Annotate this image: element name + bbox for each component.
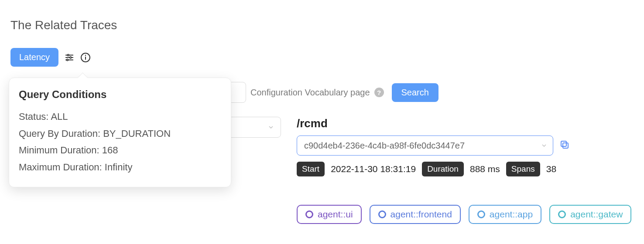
agent-label: agent::gatew: [570, 209, 623, 220]
trace-meta-row: Start 2022-11-30 18:31:19 Duration 888 m…: [297, 162, 634, 176]
svg-point-1: [67, 54, 69, 56]
trace-endpoint: /rcmd: [297, 117, 634, 130]
copy-icon[interactable]: [559, 139, 570, 152]
agent-label: agent::ui: [318, 209, 353, 220]
duration-badge: Duration: [422, 162, 464, 176]
chevron-down-icon: [541, 142, 548, 149]
help-icon[interactable]: ?: [374, 88, 384, 97]
trace-id-value: c90d4eb4-236e-4c4b-a98f-6fe0dc3447e7: [304, 141, 465, 151]
circle-icon: [378, 210, 386, 218]
popover-min: Minimum Duration: 168: [19, 142, 221, 159]
popover-max: Maximum Duration: Infinity: [19, 159, 221, 176]
spans-value: 38: [546, 164, 556, 174]
popover-query-by: Query By Duration: BY_DURATION: [19, 125, 221, 142]
chevron-down-icon: [267, 124, 274, 131]
sliders-icon[interactable]: [65, 53, 74, 62]
agent-chips: agent::ui agent::frontend agent::app age…: [297, 205, 631, 224]
config-vocab-label: Configuration Vocabulary page: [250, 88, 370, 98]
start-value: 2022-11-30 18:31:19: [331, 164, 416, 174]
toolbar: Latency: [10, 48, 91, 67]
trace-id-select[interactable]: c90d4eb4-236e-4c4b-a98f-6fe0dc3447e7: [297, 136, 553, 156]
filter-dropdown[interactable]: [227, 117, 281, 138]
query-conditions-popover: Query Conditions Status: ALL Query By Du…: [9, 78, 231, 187]
circle-icon: [477, 210, 485, 218]
agent-chip-app[interactable]: agent::app: [469, 205, 541, 224]
agent-chip-ui[interactable]: agent::ui: [297, 205, 362, 224]
page-title: The Related Traces: [10, 18, 117, 32]
svg-point-8: [85, 54, 86, 55]
search-button[interactable]: Search: [392, 83, 438, 102]
circle-icon: [305, 210, 313, 218]
svg-point-3: [70, 57, 72, 58]
agent-chip-frontend[interactable]: agent::frontend: [370, 205, 461, 224]
circle-icon: [558, 210, 566, 218]
agent-label: agent::app: [490, 209, 533, 220]
duration-value: 888 ms: [470, 164, 500, 174]
popover-status: Status: ALL: [19, 108, 221, 125]
info-icon[interactable]: [80, 52, 91, 63]
svg-rect-9: [563, 143, 568, 148]
spans-badge: Spans: [506, 162, 540, 176]
svg-rect-10: [561, 141, 566, 146]
svg-point-5: [67, 59, 69, 61]
start-badge: Start: [297, 162, 325, 176]
popover-title: Query Conditions: [19, 88, 221, 101]
latency-button[interactable]: Latency: [10, 48, 58, 67]
trace-details: /rcmd c90d4eb4-236e-4c4b-a98f-6fe0dc3447…: [297, 117, 634, 176]
agent-chip-gateway[interactable]: agent::gatew: [549, 205, 631, 224]
agent-label: agent::frontend: [391, 209, 452, 220]
